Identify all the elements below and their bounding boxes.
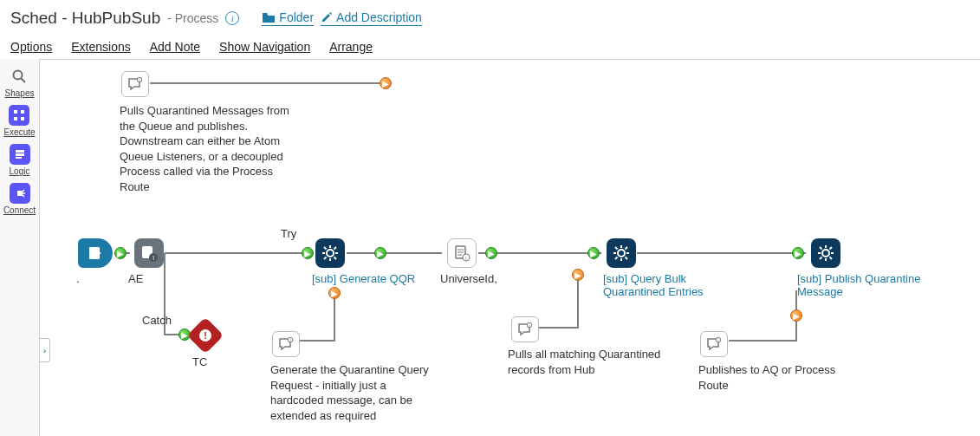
tc-label: TC bbox=[192, 355, 207, 368]
connector-dot: ▶ bbox=[302, 247, 314, 259]
query-bulk-label[interactable]: [sub] Query Bulk Quarantined Entries bbox=[603, 272, 750, 298]
note-shape-overview[interactable]: i bbox=[121, 71, 149, 97]
svg-line-24 bbox=[334, 257, 337, 260]
branch-dot: ▶ bbox=[790, 309, 802, 322]
svg-rect-9 bbox=[17, 191, 23, 196]
try-catch-shape[interactable]: ! bbox=[134, 238, 164, 268]
svg-text:i: i bbox=[717, 337, 718, 342]
svg-point-18 bbox=[327, 250, 334, 257]
note-shape-publish[interactable]: i bbox=[700, 331, 728, 357]
pencil-icon bbox=[321, 11, 333, 23]
svg-rect-6 bbox=[16, 150, 24, 153]
connector-dot: ▶ bbox=[792, 247, 804, 259]
svg-rect-4 bbox=[14, 117, 17, 120]
generate-qqr-label[interactable]: [sub] Generate QQR bbox=[312, 272, 425, 285]
connect-icon bbox=[10, 183, 30, 204]
note-overview-text: Pulls Quarantined Messages from the Queu… bbox=[120, 103, 298, 194]
svg-line-38 bbox=[615, 247, 618, 250]
svg-rect-5 bbox=[21, 117, 24, 120]
connector-dot: ▶ bbox=[374, 247, 386, 259]
connector-dot: ▶ bbox=[485, 247, 497, 259]
generate-qqr-shape[interactable] bbox=[315, 238, 345, 268]
endpoint-dot: ▶ bbox=[380, 77, 392, 89]
svg-line-47 bbox=[820, 247, 822, 250]
universeid-shape[interactable]: i bbox=[447, 238, 477, 268]
svg-line-1 bbox=[22, 79, 26, 83]
branch-dot: ▶ bbox=[572, 269, 584, 281]
magnifier-icon bbox=[9, 66, 29, 87]
palette-logic[interactable]: Logic bbox=[10, 142, 30, 178]
svg-text:i: i bbox=[289, 337, 290, 342]
svg-line-25 bbox=[324, 257, 327, 260]
ae-label: AE bbox=[128, 272, 143, 285]
palette-connect-label: Connect bbox=[3, 205, 36, 215]
start-shape[interactable] bbox=[78, 238, 113, 268]
note-qqr-text: Generate the Quarantine Query Request - … bbox=[270, 362, 435, 423]
execute-icon bbox=[9, 105, 29, 126]
palette-connect[interactable]: Connect bbox=[3, 181, 36, 217]
catch-label: Catch bbox=[142, 314, 172, 327]
svg-line-41 bbox=[626, 247, 628, 250]
svg-text:i: i bbox=[529, 322, 529, 328]
connector-dot: ▶ bbox=[587, 247, 600, 259]
logic-icon bbox=[10, 144, 30, 165]
universeid-label: UniverseId, bbox=[440, 272, 497, 285]
folder-icon bbox=[262, 11, 276, 23]
branch-dot: ▶ bbox=[328, 287, 341, 299]
connector-dot: ▶ bbox=[114, 247, 127, 259]
try-label: Try bbox=[281, 227, 296, 240]
svg-rect-7 bbox=[16, 153, 24, 156]
palette-logic-label: Logic bbox=[10, 166, 30, 176]
menu-show-nav[interactable]: Show Navigation bbox=[219, 40, 310, 54]
svg-line-23 bbox=[324, 247, 327, 250]
svg-point-42 bbox=[822, 250, 829, 257]
start-label: . bbox=[76, 272, 80, 285]
note-query-text: Pulls all matching Quarantined records f… bbox=[508, 347, 674, 377]
note-publish-text: Publishes to AQ or Process Route bbox=[698, 362, 854, 393]
svg-text:!: ! bbox=[204, 330, 207, 341]
palette-execute[interactable]: Execute bbox=[3, 103, 35, 139]
page-title: Sched - HubPubSub bbox=[10, 9, 160, 28]
note-shape-qqr[interactable]: i bbox=[272, 331, 300, 357]
svg-rect-2 bbox=[14, 110, 17, 114]
publish-label[interactable]: [sub] Publish Quarantine Message bbox=[797, 272, 944, 298]
svg-line-26 bbox=[334, 247, 337, 250]
palette-shapes[interactable]: Shapes bbox=[5, 64, 35, 100]
svg-point-33 bbox=[618, 250, 625, 257]
info-icon[interactable]: i bbox=[225, 11, 239, 25]
add-description-label: Add Description bbox=[336, 10, 422, 24]
svg-rect-3 bbox=[21, 110, 24, 114]
note-shape-query[interactable]: i bbox=[511, 316, 539, 342]
menu-bar: Options Extensions Add Note Show Navigat… bbox=[10, 40, 373, 54]
page-subtitle: - Process bbox=[167, 11, 218, 25]
menu-extensions[interactable]: Extensions bbox=[71, 40, 130, 54]
shape-palette: Shapes Execute Logic Connect bbox=[0, 59, 40, 436]
svg-line-49 bbox=[820, 257, 822, 260]
svg-text:!: ! bbox=[153, 254, 154, 262]
svg-rect-8 bbox=[16, 157, 22, 159]
svg-line-39 bbox=[626, 257, 628, 260]
svg-text:i: i bbox=[465, 256, 466, 261]
svg-point-0 bbox=[14, 71, 23, 80]
svg-line-50 bbox=[830, 247, 833, 250]
svg-text:i: i bbox=[139, 77, 140, 82]
add-description-link[interactable]: Add Description bbox=[321, 10, 422, 26]
folder-label: Folder bbox=[279, 10, 314, 24]
menu-arrange[interactable]: Arrange bbox=[329, 40, 373, 54]
publish-shape[interactable] bbox=[811, 238, 840, 268]
folder-link[interactable]: Folder bbox=[262, 10, 314, 26]
palette-execute-label: Execute bbox=[3, 127, 35, 137]
svg-line-40 bbox=[615, 257, 618, 260]
palette-shapes-label: Shapes bbox=[5, 88, 35, 98]
svg-line-48 bbox=[830, 257, 833, 260]
menu-add-note[interactable]: Add Note bbox=[150, 40, 200, 54]
query-bulk-shape[interactable] bbox=[607, 238, 636, 268]
menu-options[interactable]: Options bbox=[10, 40, 52, 54]
